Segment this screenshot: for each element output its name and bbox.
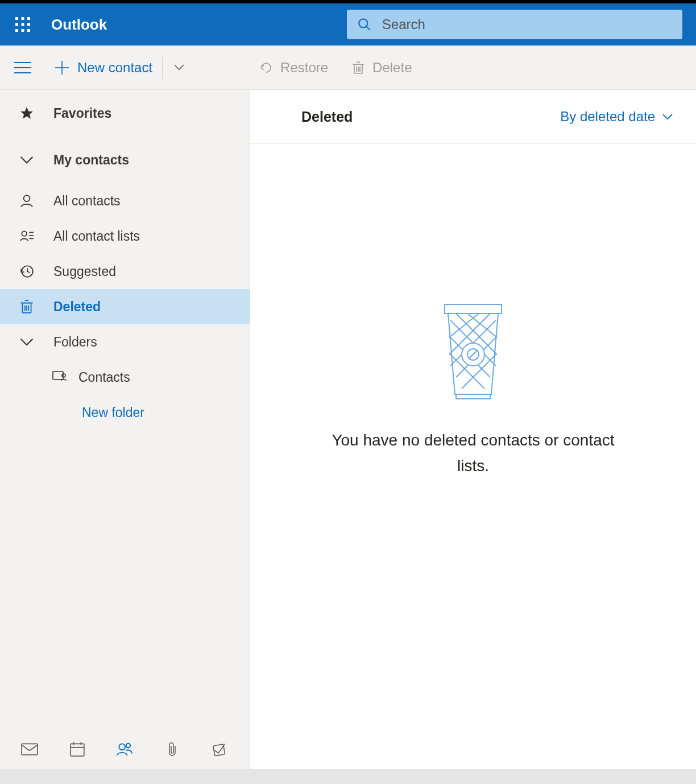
svg-rect-48	[445, 304, 502, 313]
todo-module-button[interactable]	[203, 735, 237, 764]
empty-trash-illustration	[428, 303, 519, 405]
toolbar-divider	[163, 56, 163, 79]
people-icon	[116, 741, 133, 757]
app-header: Outlook	[0, 3, 696, 46]
mail-icon	[21, 741, 38, 757]
mail-module-button[interactable]	[13, 735, 47, 764]
new-contact-dropdown[interactable]	[173, 63, 185, 73]
svg-rect-1	[22, 17, 24, 20]
sidebar-item-all-contacts[interactable]: All contacts	[0, 183, 250, 218]
chevron-down-icon	[17, 335, 36, 349]
search-icon	[357, 16, 372, 32]
svg-rect-0	[15, 17, 18, 20]
restore-button[interactable]: Restore	[259, 60, 328, 76]
star-icon	[17, 106, 36, 121]
undo-icon	[259, 60, 274, 75]
empty-state: You have no deleted contacts or contact …	[250, 144, 696, 769]
sidebar-favorites-header[interactable]: Favorites	[0, 90, 250, 137]
sort-button[interactable]: By deleted date	[560, 109, 673, 125]
svg-point-23	[24, 195, 30, 201]
main-header: Deleted By deleted date	[250, 90, 696, 144]
svg-point-9	[359, 19, 367, 27]
sidebar-item-label: All contact lists	[53, 229, 140, 244]
sidebar-item-deleted[interactable]: Deleted	[0, 289, 250, 324]
search-input[interactable]	[382, 16, 672, 32]
svg-line-10	[366, 26, 370, 30]
sidebar-item-label: Suggested	[53, 264, 116, 279]
trash-icon	[351, 60, 366, 75]
mycontacts-label: My contacts	[53, 152, 129, 168]
checkmark-tag-icon	[212, 741, 229, 757]
contacts-folder-icon	[52, 369, 67, 386]
new-contact-label: New contact	[77, 60, 152, 76]
sidebar-item-suggested[interactable]: Suggested	[0, 254, 250, 289]
calendar-icon	[69, 741, 86, 757]
svg-rect-3	[15, 23, 18, 26]
calendar-module-button[interactable]	[60, 735, 94, 764]
empty-message: You have no deleted contacts or contact …	[314, 428, 632, 479]
module-switcher	[0, 729, 250, 769]
svg-rect-38	[71, 744, 84, 756]
history-icon	[17, 264, 36, 279]
delete-button[interactable]: Delete	[351, 60, 412, 76]
sidebar-mycontacts-header[interactable]: My contacts	[0, 137, 250, 183]
files-module-button[interactable]	[155, 735, 189, 764]
new-folder-label: New folder	[82, 405, 144, 420]
people-module-button[interactable]	[107, 735, 142, 764]
folder-item-label: Contacts	[78, 370, 130, 385]
favorites-label: Favorites	[53, 106, 111, 121]
sidebar-item-label: All contacts	[53, 193, 121, 209]
search-box[interactable]	[347, 10, 682, 39]
nav-toggle-button[interactable]	[10, 55, 35, 80]
bottom-scrollbar-area	[0, 769, 696, 784]
new-folder-link[interactable]: New folder	[0, 395, 250, 430]
svg-rect-2	[27, 17, 30, 20]
delete-label: Delete	[372, 60, 412, 76]
sidebar-folder-contacts[interactable]: Contacts	[0, 360, 250, 395]
svg-marker-22	[20, 107, 33, 119]
app-title: Outlook	[51, 16, 107, 34]
svg-point-45	[119, 744, 126, 750]
sidebar-item-label: Deleted	[53, 299, 101, 315]
app-launcher-button[interactable]	[0, 3, 45, 46]
svg-point-24	[22, 231, 27, 236]
paperclip-icon	[164, 741, 181, 757]
sidebar-folders-header[interactable]: Folders	[0, 324, 250, 360]
svg-point-36	[62, 374, 65, 377]
svg-rect-4	[22, 23, 24, 26]
svg-rect-37	[22, 744, 38, 754]
svg-point-46	[126, 744, 131, 748]
person-icon	[17, 193, 36, 208]
main-pane: Deleted By deleted date	[250, 90, 696, 769]
svg-rect-6	[15, 29, 18, 32]
sort-label: By deleted date	[560, 109, 655, 125]
toolbar: New contact Restore Delete	[0, 46, 696, 90]
folders-label: Folders	[53, 335, 97, 350]
sidebar: Favorites My contacts All contacts All c…	[0, 90, 250, 769]
svg-rect-8	[27, 29, 30, 32]
chevron-down-icon	[662, 113, 673, 120]
sidebar-item-all-contact-lists[interactable]: All contact lists	[0, 218, 250, 254]
trash-icon	[17, 299, 36, 314]
restore-label: Restore	[280, 60, 328, 76]
svg-rect-50	[456, 394, 490, 399]
new-contact-button[interactable]: New contact	[55, 60, 152, 76]
svg-rect-7	[22, 29, 24, 32]
people-list-icon	[17, 229, 36, 244]
plus-icon	[55, 60, 69, 75]
svg-rect-5	[27, 23, 30, 26]
waffle-icon	[14, 16, 31, 33]
page-title: Deleted	[301, 109, 353, 125]
hamburger-icon	[14, 61, 31, 74]
chevron-down-icon	[17, 152, 36, 167]
chevron-down-icon	[173, 64, 185, 71]
